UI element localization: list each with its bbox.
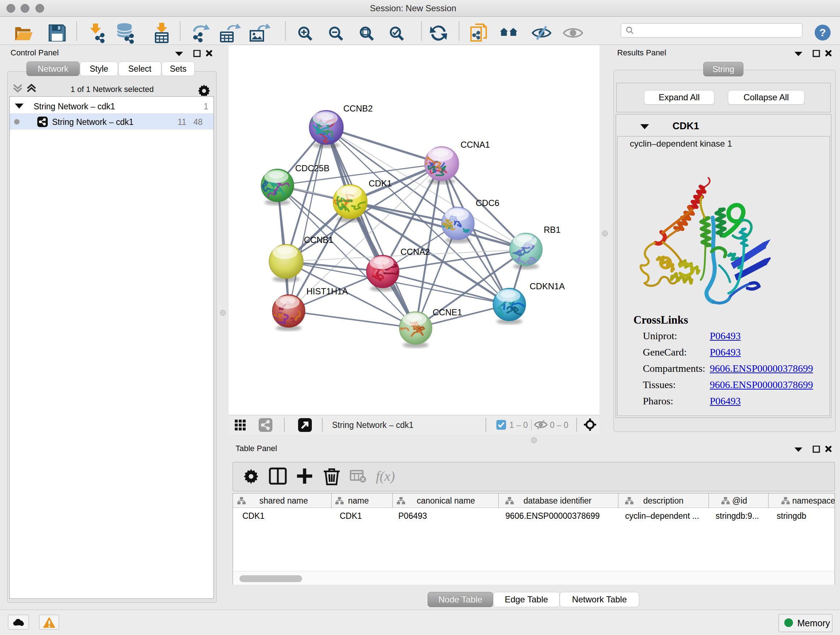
svg-text:description: description bbox=[643, 496, 684, 505]
svg-text:database identifier: database identifier bbox=[523, 496, 592, 505]
svg-text:CCNB2: CCNB2 bbox=[343, 103, 373, 113]
svg-text:RB1: RB1 bbox=[544, 225, 561, 234]
svg-text:CDC6: CDC6 bbox=[476, 198, 499, 208]
svg-text:CCNE1: CCNE1 bbox=[433, 307, 462, 317]
svg-text:f(x): f(x) bbox=[376, 469, 395, 484]
svg-text:0 – 0: 0 – 0 bbox=[550, 420, 568, 430]
svg-text:CDK1: CDK1 bbox=[369, 179, 392, 188]
svg-text:@id: @id bbox=[732, 496, 747, 505]
svg-text:HIST1H1A: HIST1H1A bbox=[306, 287, 348, 296]
svg-text:CDKN1A: CDKN1A bbox=[530, 281, 565, 291]
svg-text:CDC25B: CDC25B bbox=[295, 163, 330, 173]
svg-text:shared name: shared name bbox=[259, 496, 308, 505]
svg-text:namespace: namespace bbox=[792, 496, 835, 505]
svg-text:name: name bbox=[348, 496, 369, 505]
svg-text:canonical name: canonical name bbox=[417, 496, 475, 505]
svg-text:CCNA1: CCNA1 bbox=[461, 140, 490, 149]
svg-text:1 – 0: 1 – 0 bbox=[509, 420, 528, 430]
svg-text:String Network – cdk1: String Network – cdk1 bbox=[332, 420, 414, 430]
svg-text:CCNA2: CCNA2 bbox=[401, 247, 430, 257]
svg-text:CCNB1: CCNB1 bbox=[304, 235, 333, 245]
